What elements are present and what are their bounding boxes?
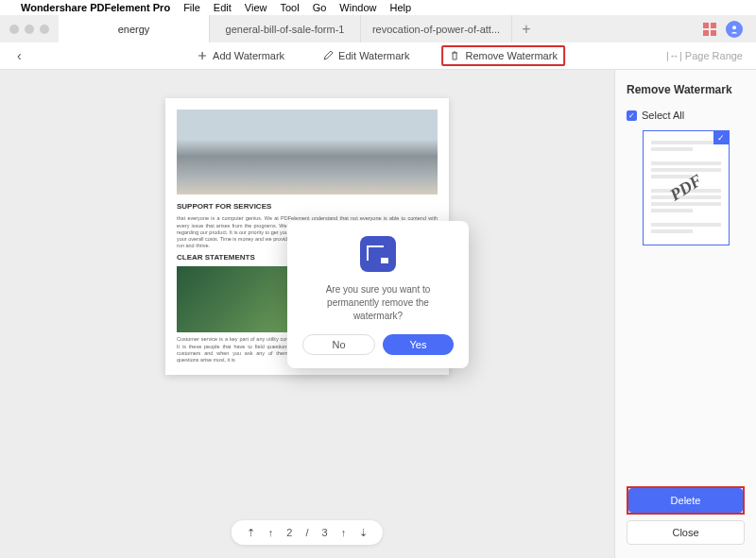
- confirm-remove-dialog: Are you sure you want to permanently rem…: [287, 221, 469, 368]
- doc-heading: CLEAR STATEMENTS: [177, 253, 302, 262]
- window-controls[interactable]: [0, 25, 59, 34]
- doc-heading: SUPPORT FOR SERVICES: [177, 202, 438, 211]
- doc-paragraph: Customer service is a key part of any ut…: [177, 336, 302, 364]
- close-window-icon[interactable]: [9, 25, 19, 34]
- menu-view[interactable]: View: [245, 2, 267, 13]
- plus-icon: [197, 50, 208, 61]
- tab-revocation[interactable]: revocation-of-power-of-att...: [361, 15, 512, 42]
- tab-label: energy: [118, 24, 150, 35]
- page-range-button[interactable]: |↔| Page Range: [666, 50, 743, 61]
- page-nav-controls: ⇡ ↑ 2 / 3 ↑ ⇣: [232, 520, 383, 545]
- svg-point-4: [732, 25, 736, 29]
- app-logo-icon: [360, 236, 396, 272]
- zoom-window-icon[interactable]: [40, 25, 49, 34]
- no-button[interactable]: No: [302, 334, 375, 355]
- delete-button[interactable]: Delete: [628, 488, 743, 513]
- panel-title: Remove Watermark: [627, 83, 745, 96]
- select-all-checkbox[interactable]: ✓ Select All: [627, 110, 745, 121]
- svg-rect-0: [703, 23, 709, 28]
- next-page-button[interactable]: ↑: [341, 527, 347, 538]
- document-tabbar: energy general-bill-of-sale-form-1 revoc…: [0, 15, 756, 42]
- total-pages: 3: [322, 527, 328, 538]
- tool-label: Remove Watermark: [466, 50, 558, 61]
- delete-button-highlight: Delete: [627, 486, 745, 515]
- pencil-icon: [322, 50, 334, 61]
- select-all-label: Select All: [642, 110, 684, 121]
- trash-icon: [450, 50, 461, 61]
- grid-view-icon[interactable]: [703, 23, 716, 36]
- checkbox-checked-icon: ✓: [627, 110, 637, 121]
- back-button[interactable]: ‹: [11, 48, 27, 63]
- user-avatar-icon[interactable]: [726, 21, 743, 38]
- tab-label: revocation-of-power-of-att...: [372, 24, 500, 35]
- page-sep: /: [305, 527, 308, 538]
- doc-inline-image: [177, 266, 302, 332]
- tab-label: general-bill-of-sale-form-1: [226, 24, 345, 35]
- last-page-button[interactable]: ⇣: [359, 527, 368, 539]
- menu-help[interactable]: Help: [389, 2, 411, 13]
- close-button[interactable]: Close: [627, 520, 745, 545]
- minimize-window-icon[interactable]: [25, 25, 34, 34]
- remove-watermark-panel: Remove Watermark ✓ Select All ✓ PDF Dele…: [614, 70, 756, 558]
- watermark-toolbar: ‹ Add Watermark Edit Watermark Remove Wa…: [0, 42, 756, 70]
- edit-watermark-button[interactable]: Edit Watermark: [317, 47, 415, 64]
- tool-label: Add Watermark: [213, 50, 284, 61]
- watermark-thumbnail[interactable]: ✓ PDF: [643, 130, 730, 245]
- menu-go[interactable]: Go: [313, 2, 327, 13]
- menu-window[interactable]: Window: [339, 2, 376, 13]
- svg-rect-1: [711, 23, 716, 28]
- current-page[interactable]: 2: [286, 527, 292, 538]
- add-watermark-button[interactable]: Add Watermark: [191, 47, 290, 64]
- tool-label: Edit Watermark: [338, 50, 409, 61]
- menu-edit[interactable]: Edit: [214, 2, 232, 13]
- app-name[interactable]: Wondershare PDFelement Pro: [21, 2, 170, 13]
- svg-rect-2: [703, 30, 709, 36]
- menu-tool[interactable]: Tool: [280, 2, 299, 13]
- check-icon: ✓: [713, 131, 729, 144]
- tab-energy[interactable]: energy: [59, 15, 210, 42]
- system-menubar: Wondershare PDFelement Pro File Edit Vie…: [0, 0, 756, 15]
- yes-button[interactable]: Yes: [383, 334, 454, 355]
- tab-bill-of-sale[interactable]: general-bill-of-sale-form-1: [210, 15, 361, 42]
- first-page-button[interactable]: ⇡: [247, 527, 255, 539]
- svg-rect-3: [711, 30, 716, 36]
- remove-watermark-button[interactable]: Remove Watermark: [442, 45, 565, 66]
- doc-hero-image: [177, 110, 438, 194]
- dialog-message: Are you sure you want to permanently rem…: [302, 283, 454, 323]
- prev-page-button[interactable]: ↑: [268, 527, 274, 538]
- menu-file[interactable]: File: [183, 2, 200, 13]
- add-tab-button[interactable]: +: [512, 15, 541, 42]
